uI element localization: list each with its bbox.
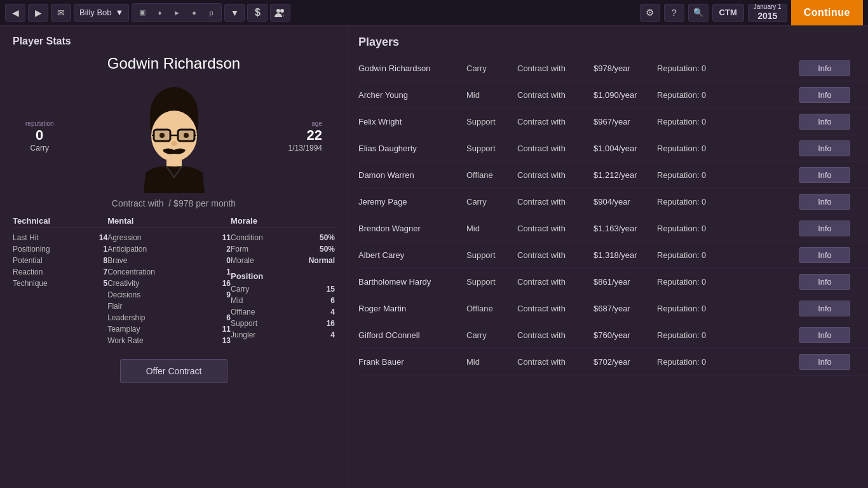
player-row-salary: $1,004/year	[593, 144, 657, 153]
player-row-role: Support	[466, 144, 517, 153]
position-stat-name: Mid	[231, 296, 243, 305]
player-row-salary: $1,163/year	[593, 224, 657, 233]
player-row[interactable]: Frank Bauer Mid Contract with $702/year …	[358, 349, 868, 376]
ctm-button[interactable]: CTM	[712, 4, 744, 22]
position-stat-value: 16	[327, 319, 335, 328]
nav-icon-4[interactable]: ●	[186, 5, 201, 20]
position-stat-value: 4	[330, 330, 335, 339]
stat-name: Decisions	[107, 290, 140, 299]
technical-header: Technical	[13, 216, 107, 228]
player-info-left: reputation 0 Carry	[25, 120, 53, 152]
stat-item: Flair	[107, 301, 231, 312]
help-button[interactable]: ?	[664, 4, 684, 22]
players-title: Players	[358, 36, 868, 49]
dropdown2-button[interactable]: ▼	[224, 4, 245, 22]
year-label: 2015	[757, 11, 777, 22]
money-button[interactable]: $	[247, 4, 268, 22]
profile-dropdown[interactable]: Billy Bob ▼	[74, 4, 129, 22]
player-avatar	[123, 79, 225, 193]
search-button[interactable]: 🔍	[688, 4, 709, 22]
player-row-role: Offlane	[466, 170, 517, 180]
morale-stat-name: Condition	[231, 233, 263, 242]
morale-col: Morale Condition50%Form50%MoraleNormal P…	[231, 216, 335, 346]
player-info-button[interactable]: Info	[799, 114, 850, 130]
morale-header: Morale	[231, 216, 335, 228]
stat-value: 1	[103, 245, 107, 254]
stat-item: Agression11	[107, 232, 231, 243]
player-row-salary: $967/year	[593, 117, 657, 126]
player-row-reputation: Reputation: 0	[657, 357, 799, 367]
player-info-button[interactable]: Info	[799, 301, 850, 316]
stat-name: Creativity	[107, 279, 139, 288]
player-row[interactable]: Jeremy Page Carry Contract with $904/yea…	[358, 189, 868, 215]
stat-value: 8	[103, 256, 107, 265]
stat-name: Potential	[13, 256, 43, 265]
position-stat-name: Carry	[231, 285, 249, 294]
player-row-name: Damon Warren	[358, 170, 466, 180]
player-row-reputation: Reputation: 0	[657, 330, 799, 340]
position-header: Position	[231, 271, 335, 281]
nav-icon-1[interactable]: ▣	[135, 5, 150, 20]
contract-line: Contract with / $978 per month	[13, 198, 335, 208]
player-info-button[interactable]: Info	[799, 327, 850, 343]
player-row[interactable]: Gifford OConnell Carry Contract with $76…	[358, 322, 868, 349]
settings-button[interactable]: ⚙	[640, 4, 660, 22]
nav-icon-5[interactable]: p	[203, 5, 219, 20]
player-row[interactable]: Albert Carey Support Contract with $1,31…	[358, 242, 868, 269]
player-row[interactable]: Felix Wright Support Contract with $967/…	[358, 109, 868, 135]
player-row-name: Bartholomew Hardy	[358, 277, 466, 287]
player-info-button[interactable]: Info	[799, 140, 850, 156]
player-row[interactable]: Archer Young Mid Contract with $1,090/ye…	[358, 82, 868, 109]
player-info-button[interactable]: Info	[799, 194, 850, 210]
player-info-button[interactable]: Info	[799, 220, 850, 236]
nav-icon-2[interactable]: ♦	[152, 5, 167, 20]
offer-contract-button[interactable]: Offer Contract	[120, 359, 228, 383]
player-info-button[interactable]: Info	[799, 60, 850, 76]
players-list: Godwin Richardson Carry Contract with $9…	[358, 55, 868, 488]
player-row-reputation: Reputation: 0	[657, 117, 799, 126]
right-panel: Players Godwin Richardson Carry Contract…	[348, 25, 868, 488]
mail-button[interactable]: ✉	[51, 4, 71, 22]
mental-col: Mental Agression11Anticipation2Brave0Con…	[107, 216, 231, 346]
back-button[interactable]: ◀	[5, 4, 25, 22]
player-row[interactable]: Elias Daugherty Support Contract with $1…	[358, 135, 868, 162]
player-info-button[interactable]: Info	[799, 247, 850, 263]
player-row-salary: $978/year	[593, 64, 657, 73]
player-row[interactable]: Bartholomew Hardy Support Contract with …	[358, 269, 868, 295]
position-item: Support16	[231, 318, 335, 329]
player-row[interactable]: Brendon Wagner Mid Contract with $1,163/…	[358, 215, 868, 242]
player-row-role: Carry	[466, 330, 517, 340]
forward-button[interactable]: ▶	[28, 4, 48, 22]
player-row-contract: Contract with	[517, 250, 593, 260]
technical-col: Technical Last Hit14Positioning1Potentia…	[13, 216, 107, 346]
stat-value: 16	[222, 279, 231, 288]
stat-name: Teamplay	[107, 325, 140, 334]
player-row-role: Carry	[466, 64, 517, 73]
reputation-value: 0	[25, 127, 53, 144]
nav-icon-3[interactable]: ►	[169, 5, 184, 20]
player-row[interactable]: Roger Martin Offlane Contract with $687/…	[358, 295, 868, 322]
player-row-role: Support	[466, 250, 517, 260]
player-info-button[interactable]: Info	[799, 274, 850, 290]
svg-point-12	[159, 133, 165, 138]
player-row-contract: Contract with	[517, 170, 593, 180]
player-row-name: Albert Carey	[358, 250, 466, 260]
player-row-contract: Contract with	[517, 90, 593, 100]
player-info-button[interactable]: Info	[799, 354, 850, 370]
player-row-name: Elias Daugherty	[358, 144, 466, 153]
player-row-contract: Contract with	[517, 144, 593, 153]
player-info-button[interactable]: Info	[799, 167, 850, 183]
player-row[interactable]: Damon Warren Offlane Contract with $1,21…	[358, 162, 868, 189]
player-avatar-area: reputation 0 Carry	[13, 79, 335, 193]
player-row-role: Carry	[466, 197, 517, 207]
people-button[interactable]	[270, 4, 290, 22]
profile-name: Billy Bob	[79, 8, 112, 17]
player-row-contract: Contract with	[517, 330, 593, 340]
position-item: Offlane4	[231, 306, 335, 318]
player-row-salary: $1,318/year	[593, 250, 657, 260]
continue-button[interactable]: Continue	[791, 0, 863, 25]
player-info-button[interactable]: Info	[799, 87, 850, 103]
player-row[interactable]: Godwin Richardson Carry Contract with $9…	[358, 55, 868, 82]
player-row-name: Godwin Richardson	[358, 64, 466, 73]
age-value: 22	[288, 127, 322, 144]
